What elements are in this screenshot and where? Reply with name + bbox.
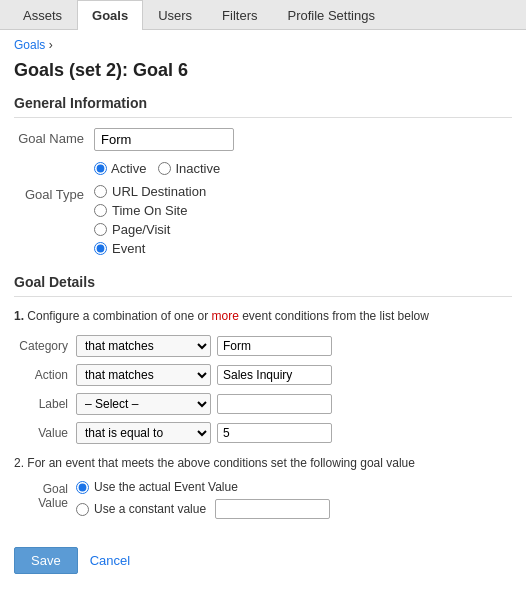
inactive-radio[interactable] <box>158 162 171 175</box>
action-label: Action <box>14 368 76 382</box>
use-constant-radio[interactable] <box>76 503 89 516</box>
tab-users[interactable]: Users <box>143 0 207 30</box>
goal-type-control: URL Destination Time On Site Page/Visit … <box>94 184 512 256</box>
value-select[interactable]: that is equal to that is less than that … <box>76 422 211 444</box>
inactive-label: Inactive <box>175 161 220 176</box>
action-row: Action that matches that does not match … <box>14 364 512 386</box>
instruction-2: 2. For an event that meets the above con… <box>14 454 512 472</box>
value-label: Value <box>14 426 76 440</box>
goal-name-input[interactable] <box>94 128 234 151</box>
event-radio[interactable] <box>94 242 107 255</box>
instruction2-num: 2. <box>14 456 24 470</box>
goal-type-event[interactable]: Event <box>94 241 512 256</box>
actions-bar: Save Cancel <box>0 533 526 588</box>
label-row: Label – Select – that matches that does … <box>14 393 512 415</box>
tab-assets[interactable]: Assets <box>8 0 77 30</box>
inactive-option[interactable]: Inactive <box>158 161 220 176</box>
general-info-section: General Information Goal Name Active Ina… <box>0 95 526 274</box>
active-option[interactable]: Active <box>94 161 146 176</box>
goal-type-url[interactable]: URL Destination <box>94 184 512 199</box>
instruction1-more[interactable]: more <box>211 309 238 323</box>
instruction1-text: Configure a combination of one or <box>27 309 211 323</box>
url-radio[interactable] <box>94 185 107 198</box>
goal-type-page[interactable]: Page/Visit <box>94 222 512 237</box>
goal-value-label: Goal Value <box>14 480 76 510</box>
instruction-1: 1. Configure a combination of one or mor… <box>14 307 512 325</box>
goal-name-row: Goal Name <box>14 128 512 151</box>
event-label: Event <box>112 241 145 256</box>
goal-type-time[interactable]: Time On Site <box>94 203 512 218</box>
general-info-title: General Information <box>14 95 512 118</box>
goal-type-row: Goal Type URL Destination Time On Site P… <box>14 184 512 256</box>
goal-name-label: Goal Name <box>14 128 94 146</box>
value-row: Value that is equal to that is less than… <box>14 422 512 444</box>
goal-details-title: Goal Details <box>14 274 512 297</box>
save-button[interactable]: Save <box>14 547 78 574</box>
tab-profile-settings[interactable]: Profile Settings <box>272 0 389 30</box>
goal-value-options: Use the actual Event Value Use a constan… <box>76 480 330 519</box>
cancel-button[interactable]: Cancel <box>90 553 130 568</box>
goal-name-control <box>94 128 512 151</box>
status-row: Active Inactive <box>14 159 512 176</box>
time-radio[interactable] <box>94 204 107 217</box>
value-input[interactable] <box>217 423 332 443</box>
category-select[interactable]: that matches that does not match is not … <box>76 335 211 357</box>
instruction1-rest: event conditions from the list below <box>242 309 429 323</box>
breadcrumb: Goals › <box>0 30 526 56</box>
tab-bar: Assets Goals Users Filters Profile Setti… <box>0 0 526 30</box>
status-control: Active Inactive <box>94 159 512 176</box>
constant-value-input[interactable] <box>215 499 330 519</box>
category-row: Category that matches that does not matc… <box>14 335 512 357</box>
status-label <box>14 159 94 162</box>
goal-value-row: Goal Value Use the actual Event Value Us… <box>14 480 512 519</box>
url-label: URL Destination <box>112 184 206 199</box>
use-actual-label: Use the actual Event Value <box>94 480 238 494</box>
tab-goals[interactable]: Goals <box>77 0 143 30</box>
page-label: Page/Visit <box>112 222 170 237</box>
active-radio[interactable] <box>94 162 107 175</box>
goal-type-label: Goal Type <box>14 184 94 202</box>
active-label: Active <box>111 161 146 176</box>
use-constant-label: Use a constant value <box>94 502 206 516</box>
action-value[interactable] <box>217 365 332 385</box>
breadcrumb-link[interactable]: Goals <box>14 38 45 52</box>
breadcrumb-chevron: › <box>49 38 53 52</box>
action-select[interactable]: that matches that does not match is not … <box>76 364 211 386</box>
use-constant-option[interactable]: Use a constant value <box>76 499 330 519</box>
label-label: Label <box>14 397 76 411</box>
use-actual-option[interactable]: Use the actual Event Value <box>76 480 330 494</box>
page-radio[interactable] <box>94 223 107 236</box>
goal-details-section: Goal Details 1. Configure a combination … <box>0 274 526 533</box>
label-value[interactable] <box>217 394 332 414</box>
category-value[interactable] <box>217 336 332 356</box>
tab-filters[interactable]: Filters <box>207 0 272 30</box>
use-actual-radio[interactable] <box>76 481 89 494</box>
instruction2-text: For an event that meets the above condit… <box>27 456 415 470</box>
category-label: Category <box>14 339 76 353</box>
label-select[interactable]: – Select – that matches that does not ma… <box>76 393 211 415</box>
time-label: Time On Site <box>112 203 187 218</box>
instruction1-num: 1. <box>14 309 24 323</box>
page-title: Goals (set 2): Goal 6 <box>0 56 526 95</box>
